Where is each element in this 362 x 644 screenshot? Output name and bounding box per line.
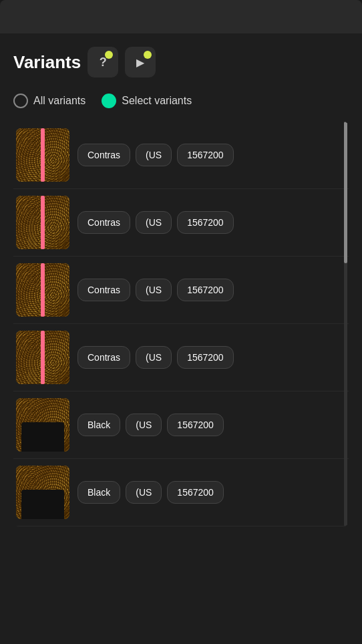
variant-tag-sku[interactable]: 1567200	[177, 346, 234, 369]
variant-tag-size[interactable]: (US	[126, 414, 162, 436]
black-coat-overlay	[21, 490, 64, 519]
variant-image	[16, 331, 69, 384]
page-title: Variants	[13, 52, 81, 73]
select-variants-option[interactable]: Select variants	[102, 94, 192, 108]
variant-tag-color[interactable]: Contras	[77, 211, 130, 234]
variant-tag-size[interactable]: (US	[136, 144, 172, 166]
variant-tag-size[interactable]: (US	[136, 211, 172, 234]
variant-tag-sku[interactable]: 1567200	[177, 279, 234, 301]
variant-tags: Contras (US 1567200	[77, 211, 346, 234]
variants-section: Variants ? ▶ All variants Select variant…	[0, 33, 362, 644]
all-variants-radio[interactable]	[13, 94, 28, 108]
table-row: Contras (US 1567200	[13, 324, 349, 391]
variant-image	[16, 398, 69, 452]
variant-image	[16, 196, 69, 249]
variant-tags: Contras (US 1567200	[77, 144, 346, 166]
variant-tag-color[interactable]: Contras	[77, 346, 130, 369]
variant-image	[16, 128, 69, 182]
variant-tag-sku[interactable]: 1567200	[167, 481, 224, 504]
variants-list: Contras (US 1567200 Contras (US 1567200	[13, 122, 349, 526]
play-dot-indicator	[144, 51, 152, 59]
black-coat-overlay	[21, 422, 64, 452]
scrollbar[interactable]	[344, 122, 347, 526]
variant-filter-group: All variants Select variants	[13, 94, 349, 108]
table-row: Contras (US 1567200	[13, 257, 349, 324]
variant-image	[16, 466, 69, 519]
variant-tag-color[interactable]: Black	[77, 481, 120, 504]
variant-tag-size[interactable]: (US	[136, 279, 172, 301]
all-variants-option[interactable]: All variants	[13, 94, 85, 108]
table-row: Contras (US 1567200	[13, 122, 349, 189]
all-variants-label: All variants	[33, 95, 85, 107]
variant-tag-size[interactable]: (US	[126, 481, 162, 504]
table-row: Contras (US 1567200	[13, 189, 349, 257]
variant-tags: Black (US 1567200	[77, 414, 346, 436]
variant-tag-sku[interactable]: 1567200	[167, 414, 224, 436]
variant-tag-size[interactable]: (US	[136, 346, 172, 369]
variant-tags: Contras (US 1567200	[77, 346, 346, 369]
variant-tag-color[interactable]: Contras	[77, 144, 130, 166]
variant-tags: Black (US 1567200	[77, 481, 346, 504]
variants-header: Variants ? ▶	[13, 47, 349, 77]
variants-list-container: Contras (US 1567200 Contras (US 1567200	[13, 122, 349, 526]
table-row: Black (US 1567200	[13, 391, 349, 459]
variant-tags: Contras (US 1567200	[77, 279, 346, 301]
play-icon: ▶	[136, 56, 144, 69]
help-dot-indicator	[105, 51, 113, 59]
variant-tag-color[interactable]: Contras	[77, 279, 130, 301]
select-variants-radio[interactable]	[102, 94, 116, 108]
play-button[interactable]: ▶	[125, 47, 156, 77]
help-button[interactable]: ?	[87, 47, 118, 77]
variant-tag-sku[interactable]: 1567200	[177, 211, 234, 234]
top-bar	[0, 0, 362, 33]
scrollbar-thumb[interactable]	[344, 122, 347, 263]
variant-tag-sku[interactable]: 1567200	[177, 144, 234, 166]
select-variants-label: Select variants	[122, 95, 192, 107]
table-row: Black (US 1567200	[13, 459, 349, 526]
variant-tag-color[interactable]: Black	[77, 414, 120, 436]
variant-image	[16, 263, 69, 317]
